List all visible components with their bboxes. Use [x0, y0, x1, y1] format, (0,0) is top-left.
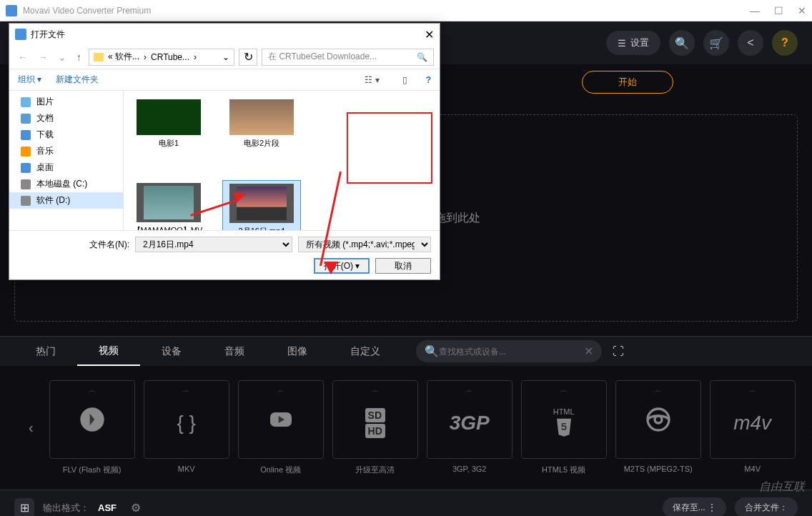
tab-audio[interactable]: 音频: [203, 338, 266, 365]
preview-pane-button[interactable]: ▯: [398, 74, 412, 86]
sidebar-pictures[interactable]: 图片: [9, 94, 123, 110]
mkv-icon: { }: [177, 412, 195, 435]
search-icon: 🔍: [425, 344, 439, 358]
dialog-titlebar: 打开文件 ✕: [9, 24, 440, 45]
formats-next[interactable]: ›: [804, 420, 812, 436]
maximize-button[interactable]: ☐: [774, 5, 783, 16]
format-search-input[interactable]: [439, 347, 584, 357]
minimize-button[interactable]: ―: [750, 5, 760, 16]
cancel-button[interactable]: 取消: [375, 258, 431, 274]
merge-files-toggle[interactable]: 合并文件：: [735, 497, 798, 516]
format-online[interactable]: ︿: [238, 380, 324, 459]
windows-icon[interactable]: ⊞: [14, 498, 34, 517]
chevron-icon: ›: [144, 52, 147, 62]
watermark: 自由互联: [759, 480, 805, 495]
format-m2ts[interactable]: ︿: [615, 380, 701, 459]
clear-icon[interactable]: ✕: [584, 344, 593, 358]
format-hd[interactable]: ︿SDHD: [332, 380, 418, 459]
view-mode-button[interactable]: ☷ ▾: [360, 74, 383, 86]
sidebar-disk-c[interactable]: 本地磁盘 (C:): [9, 176, 123, 192]
file-item-video[interactable]: 【MAMAMOO】MV- Wind Flower.mp4: [129, 180, 208, 230]
youtube-icon: [267, 405, 295, 434]
path-dropdown[interactable]: ⌄: [222, 52, 229, 62]
format-html5[interactable]: ︿HTML5: [521, 380, 607, 459]
file-item-video-selected[interactable]: 2月16日.mp4: [222, 180, 301, 230]
svg-point-3: [648, 409, 669, 430]
dialog-sidebar: 图片 文档 下载 音乐 桌面 本地磁盘 (C:) 软件 (D:): [9, 91, 124, 230]
dialog-footer: 文件名(N): 2月16日.mp4 所有视频 (*.mp4;*.avi;*.mp…: [9, 230, 440, 279]
chevron-up-icon: ︿: [655, 385, 662, 395]
tab-device[interactable]: 设备: [140, 338, 203, 365]
format-m4v[interactable]: ︿m4v: [710, 380, 796, 459]
output-settings-button[interactable]: ⚙: [131, 501, 141, 515]
disk-icon: [21, 179, 31, 189]
tab-hot[interactable]: 热门: [14, 338, 77, 365]
cart-button[interactable]: 🛒: [703, 30, 729, 56]
sidebar-disk-d[interactable]: 软件 (D:): [9, 192, 123, 209]
settings-button[interactable]: ☰ 设置: [606, 31, 660, 55]
start-button[interactable]: 开始: [582, 71, 673, 94]
refresh-button[interactable]: ↻: [239, 49, 257, 66]
sidebar-downloads[interactable]: 下载: [9, 126, 123, 143]
path-segment[interactable]: CRTube...: [151, 52, 189, 62]
organize-menu[interactable]: 组织 ▾: [18, 74, 41, 86]
downloads-icon: [21, 130, 31, 140]
format-3gp[interactable]: ︿3GP: [427, 380, 513, 459]
file-list[interactable]: 电影1 电影2片段 【MAMAMOO】MV- Wind Flower.mp4 2…: [124, 91, 440, 230]
documents-icon: [21, 114, 31, 124]
file-item-folder[interactable]: 电影2片段: [222, 96, 301, 152]
new-folder-button[interactable]: 新建文件夹: [56, 74, 99, 86]
path-segment[interactable]: « 软件...: [108, 51, 139, 63]
format-search[interactable]: 🔍 ✕: [416, 340, 602, 362]
share-button[interactable]: <: [738, 30, 763, 56]
close-button[interactable]: ✕: [798, 5, 806, 16]
filename-label: 文件名(N):: [89, 239, 129, 251]
format-label: 3GP, 3G2: [427, 465, 513, 473]
bottom-bar: ⊞ 输出格式： ASF ⚙ 保存至... ⋮ 合并文件：: [0, 490, 812, 516]
help-button[interactable]: ?: [772, 30, 798, 56]
up-button[interactable]: ↑: [74, 49, 84, 66]
file-open-dialog: 打开文件 ✕ ← → ⌄ ↑ « 软件... › CRTube... › ⌄ ↻…: [9, 23, 440, 280]
m4v-icon: m4v: [733, 412, 771, 435]
dialog-nav: ← → ⌄ ↑ « 软件... › CRTube... › ⌄ ↻ 在 CRTu…: [9, 45, 440, 69]
formats-prev[interactable]: ‹: [21, 420, 41, 436]
sidebar-music[interactable]: 音乐: [9, 143, 123, 159]
expand-button[interactable]: ⛶: [608, 341, 629, 362]
tab-image[interactable]: 图像: [266, 338, 329, 365]
dialog-help-button[interactable]: ?: [426, 75, 431, 85]
tab-video[interactable]: 视频: [77, 337, 140, 366]
format-mkv[interactable]: ︿{ }: [144, 380, 229, 459]
dialog-title: 打开文件: [31, 29, 65, 41]
3gp-icon: 3GP: [450, 412, 490, 435]
path-breadcrumb[interactable]: « 软件... › CRTube... › ⌄: [89, 49, 234, 66]
pictures-icon: [21, 97, 31, 107]
file-type-filter[interactable]: 所有视频 (*.mp4;*.avi;*.mpeg;: [298, 237, 431, 252]
format-label: HTML5 视频: [521, 465, 607, 475]
format-label: FLV (Flash 视频): [49, 465, 135, 475]
forward-button[interactable]: →: [35, 49, 51, 66]
save-to-button[interactable]: 保存至... ⋮: [663, 497, 726, 516]
flash-icon: [78, 405, 107, 434]
folder-thumb: [137, 99, 201, 135]
file-item-folder[interactable]: 电影1: [129, 96, 208, 152]
dialog-close-button[interactable]: ✕: [425, 28, 434, 41]
sidebar-desktop[interactable]: 桌面: [9, 159, 123, 176]
disk-icon: [21, 196, 31, 206]
search-placeholder: 在 CRTubeGet Downloade...: [268, 51, 377, 63]
tab-custom[interactable]: 自定义: [329, 338, 402, 365]
search-header-button[interactable]: 🔍: [669, 30, 695, 56]
dialog-search[interactable]: 在 CRTubeGet Downloade... 🔍: [262, 49, 434, 66]
format-label: 升级至高清: [332, 465, 418, 475]
search-icon: 🔍: [417, 52, 427, 62]
filename-input[interactable]: 2月16日.mp4: [135, 237, 292, 252]
app-icon: [6, 5, 17, 16]
back-button[interactable]: ←: [15, 49, 31, 66]
chevron-up-icon: ︿: [277, 385, 284, 395]
folder-icon: [94, 53, 104, 61]
folder-thumb: [229, 99, 294, 135]
format-flv[interactable]: ︿: [49, 380, 135, 459]
format-label: MKV: [144, 465, 229, 473]
history-button[interactable]: ⌄: [55, 49, 69, 66]
chevron-up-icon: ︿: [372, 385, 379, 395]
sidebar-documents[interactable]: 文档: [9, 110, 123, 126]
